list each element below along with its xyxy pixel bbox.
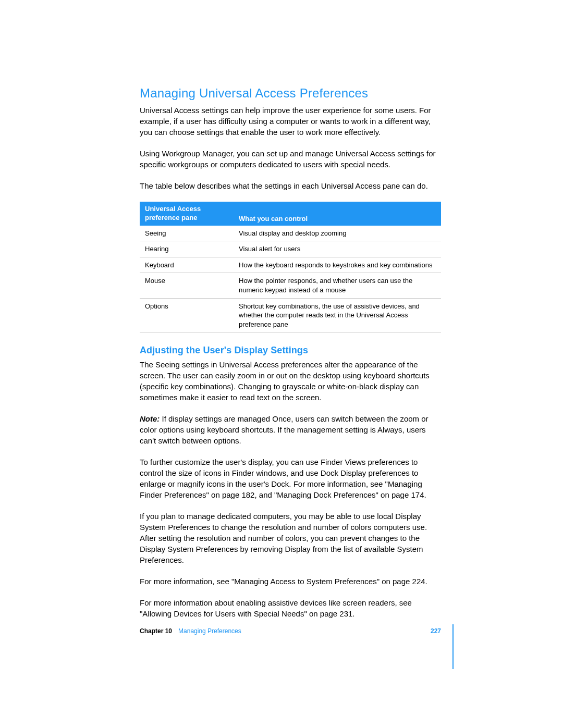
paragraph: If you plan to manage dedicated computer…	[140, 511, 441, 565]
table-row: Options Shortcut key combinations, the u…	[140, 298, 441, 332]
section-heading: Managing Universal Access Preferences	[140, 86, 441, 101]
table-cell-desc: How the keyboard responds to keystrokes …	[234, 257, 441, 273]
chapter-label: Chapter 10	[140, 627, 172, 635]
paragraph: Using Workgroup Manager, you can set up …	[140, 148, 441, 170]
table-cell-desc: Visual display and desktop zooming	[234, 226, 441, 241]
table-row: Hearing Visual alert for users	[140, 241, 441, 257]
paragraph: The Seeing settings in Universal Access …	[140, 359, 441, 403]
subsection-heading: Adjusting the User's Display Settings	[140, 345, 441, 356]
table-header-control: What you can control	[234, 202, 441, 226]
table-header-row: Universal Access preference pane What yo…	[140, 202, 441, 226]
table-row: Mouse How the pointer responds, and whet…	[140, 273, 441, 298]
table-cell-pane: Keyboard	[140, 257, 234, 273]
page-footer: Chapter 10 Managing Preferences 227	[140, 627, 441, 635]
page-number: 227	[431, 627, 441, 635]
paragraph: For more information about enabling assi…	[140, 597, 441, 619]
table-cell-desc: How the pointer responds, and whether us…	[234, 273, 441, 298]
note-paragraph: Note: If display settings are managed On…	[140, 413, 441, 446]
table-row: Keyboard How the keyboard responds to ke…	[140, 257, 441, 273]
paragraph: Universal Access settings can help impro…	[140, 105, 441, 138]
footer-left: Chapter 10 Managing Preferences	[140, 627, 241, 635]
paragraph: For more information, see "Managing Acce…	[140, 576, 441, 587]
note-label: Note:	[140, 414, 160, 423]
page-content: Managing Universal Access Preferences Un…	[140, 86, 441, 630]
note-text: If display settings are managed Once, us…	[140, 414, 429, 445]
paragraph: The table below describes what the setti…	[140, 180, 441, 191]
paragraph: To further customize the user's display,…	[140, 456, 441, 500]
table-cell-pane: Hearing	[140, 241, 234, 257]
table-cell-pane: Seeing	[140, 226, 234, 241]
margin-bar-icon	[452, 624, 454, 669]
table-header-line1: Universal Access	[145, 205, 201, 213]
preferences-table: Universal Access preference pane What yo…	[140, 202, 441, 332]
table-cell-pane: Options	[140, 298, 234, 332]
table-header-line2: preference pane	[145, 214, 197, 221]
table-cell-pane: Mouse	[140, 273, 234, 298]
table-cell-desc: Visual alert for users	[234, 241, 441, 257]
table-row: Seeing Visual display and desktop zoomin…	[140, 226, 441, 241]
table-cell-desc: Shortcut key combinations, the use of as…	[234, 298, 441, 332]
chapter-title: Managing Preferences	[178, 627, 241, 635]
table-header-pane: Universal Access preference pane	[140, 202, 234, 226]
